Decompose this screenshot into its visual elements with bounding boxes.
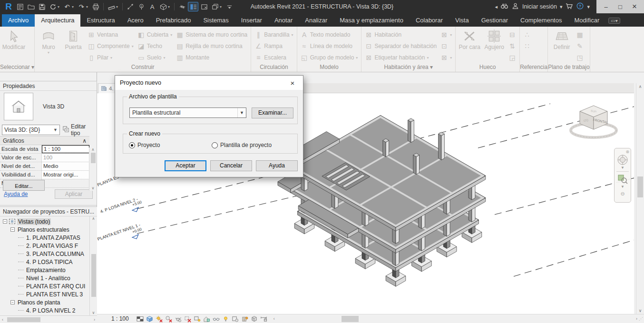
search-icon[interactable]	[500, 2, 508, 11]
etiquetar-habitacion-button[interactable]: ⊠Etiquetar habitación▾	[363, 52, 438, 63]
default-3d-view-icon-dropdown[interactable]: ▾	[168, 5, 172, 9]
tab-colaborar[interactable]: Colaborar	[410, 14, 449, 27]
montante-button[interactable]: ▥Montante	[175, 52, 249, 63]
viewcube[interactable]: FRONTAL IZQ. SUP.	[567, 103, 620, 141]
tab-complementos[interactable]: Complementos	[514, 14, 568, 27]
tree-item-4-p-losa-nivel-2[interactable]: 4. P LOSA NIVEL 2	[0, 306, 97, 314]
tab-arquitectura[interactable]: Arquitectura	[35, 14, 80, 27]
panel-caption-construir[interactable]: Construir	[35, 64, 251, 72]
constraints-icon[interactable]	[259, 315, 269, 323]
tab-analizar[interactable]: Analizar	[299, 14, 333, 27]
workplane-viewer-icon[interactable]: ◳	[575, 52, 585, 63]
panel-caption-plano-de-trabajo[interactable]: Plano de trabajo	[548, 64, 589, 72]
visual-style-icon[interactable]	[136, 315, 145, 323]
accept-button[interactable]: Aceptar	[165, 160, 206, 171]
section-icon[interactable]	[177, 2, 187, 11]
shadows-icon[interactable]	[164, 315, 174, 323]
tag-area-icon[interactable]: ⊠▾	[439, 52, 453, 63]
dialog-close-icon[interactable]: ×	[287, 79, 298, 87]
panel-caption-referencia[interactable]: Referencia	[520, 64, 547, 72]
properties-icon[interactable]	[15, 2, 25, 11]
area-separator-icon[interactable]: ⊡	[439, 40, 453, 52]
revit-logo[interactable]: R	[3, 2, 14, 11]
displacement-icon[interactable]	[250, 315, 259, 323]
vertical-opening-icon[interactable]: ⇅	[507, 40, 517, 52]
open-icon[interactable]	[26, 2, 36, 11]
tree-item-emplazamiento[interactable]: Emplazamiento	[0, 266, 97, 274]
property-value[interactable]: Medio	[42, 162, 89, 170]
template-combo[interactable]: Plantilla estructural▼	[129, 108, 246, 118]
shaft-icon[interactable]: ⊟	[507, 29, 517, 40]
tree-item-3-planta-columna[interactable]: 3. PLANTA COLUMNA	[0, 250, 97, 258]
habitacion-button[interactable]: ⊠Habitación	[363, 29, 438, 40]
browse-button[interactable]: Examinar...	[252, 108, 293, 118]
sun-path-icon[interactable]	[155, 315, 164, 323]
edit-type-button[interactable]: Editar tipo	[62, 124, 95, 136]
tab-prefabricado[interactable]: Prefabricado	[150, 14, 197, 27]
por-cara-button[interactable]: Por cara	[458, 28, 481, 50]
thin-lines-icon[interactable]	[188, 2, 198, 11]
undo-icon[interactable]: ↶	[62, 2, 72, 11]
area-icon[interactable]: ⊠▾	[439, 29, 453, 40]
grupo-de-modelo-button[interactable]: ◱Grupo de modelo▾	[299, 52, 360, 63]
temp-view-properties-icon[interactable]	[231, 315, 240, 323]
model-group-ref-icon[interactable]: ∴	[522, 29, 532, 40]
tree-item-planta-est-arq-cui[interactable]: PLANTA EST ARQ CUI	[0, 282, 97, 290]
property-value[interactable]: 100	[42, 154, 89, 162]
switch-windows-icon-dropdown[interactable]: ▾	[220, 5, 224, 9]
ventana-button[interactable]: ⊞Ventana	[86, 29, 135, 40]
tab-estructura[interactable]: Estructura	[80, 14, 121, 27]
default-3d-view-icon[interactable]	[158, 2, 168, 11]
texto-modelado-button[interactable]: ATexto modelado	[299, 29, 360, 40]
tree-item-2-planta-vigas-f[interactable]: 2. PLANTA VIGAS F	[0, 242, 97, 250]
cubierta-button[interactable]: ◧Cubierta▾	[136, 29, 174, 40]
panel-caption-modelo[interactable]: Modelo	[297, 64, 361, 72]
canvas-vertical-scrollbar[interactable]: ∧ ∨	[636, 83, 644, 314]
sign-in-button[interactable]: Iniciar sesión	[522, 3, 557, 10]
properties-scrollbar[interactable]: ∧∨	[89, 147, 97, 191]
radio-project[interactable]: Proyecto	[129, 142, 160, 148]
ribbon-display-toggle-icon[interactable]: ▭▾	[608, 18, 620, 24]
tab-insertar[interactable]: Insertar	[235, 14, 268, 27]
print-icon[interactable]	[90, 2, 101, 11]
barandilla-button[interactable]: ∥Barandilla▾	[253, 29, 294, 40]
browser-vertical-scrollbar[interactable]: ∧ ∨	[89, 216, 97, 315]
apply-button[interactable]: Aplicar	[55, 189, 93, 199]
tree-item-planta-est-nivel-3[interactable]: PLANTA EST NIVEL 3	[0, 290, 97, 298]
aligned-dimension-icon[interactable]	[125, 2, 136, 11]
show-workplane-icon[interactable]: ▦	[575, 29, 585, 40]
help-button[interactable]: Ayuda	[256, 160, 298, 171]
maximize-button[interactable]: □	[615, 3, 625, 10]
close-button[interactable]: ×	[630, 2, 639, 11]
property-value[interactable]: 1 : 100	[42, 145, 89, 153]
measure-icon-dropdown[interactable]: ▾	[116, 5, 120, 9]
cancel-button[interactable]: Cancelar	[210, 160, 252, 171]
modificar-button[interactable]: Modificar	[2, 28, 26, 50]
panel-caption-seleccionar[interactable]: Seleccionar ▾	[0, 64, 34, 72]
switch-windows-icon[interactable]	[210, 2, 220, 11]
wheel-dropdown-icon[interactable]: ▼	[621, 166, 624, 170]
panel-caption-hueco[interactable]: Hueco	[456, 64, 519, 72]
close-hidden-windows-icon[interactable]	[199, 2, 209, 11]
analytical-model-icon[interactable]	[240, 315, 250, 323]
property-value[interactable]: Mostrar origi...	[42, 171, 89, 179]
save-icon[interactable]	[37, 2, 47, 11]
properties-help-link[interactable]: Ayuda de	[4, 191, 28, 197]
user-icon[interactable]	[511, 2, 519, 11]
dormer-icon[interactable]: ◲	[507, 52, 517, 63]
text-icon[interactable]: A	[147, 2, 157, 11]
zoom-dropdown-icon[interactable]: ▼	[621, 185, 624, 189]
tab-acero[interactable]: Acero	[121, 14, 150, 27]
view-scale-button[interactable]: 1 : 100	[111, 315, 129, 322]
suelo-button[interactable]: ▭Suelo▾	[136, 52, 174, 63]
tree-expander-icon[interactable]: −	[10, 300, 15, 304]
puerta-button[interactable]: Puerta	[61, 28, 85, 50]
tab-archivo[interactable]: Archivo	[2, 14, 35, 27]
tab-modificar[interactable]: Modificar	[568, 14, 605, 27]
tag-icon[interactable]: 1	[136, 2, 146, 11]
qat-customize-icon[interactable]	[224, 2, 234, 11]
tree-item-vistas-todo[interactable]: −Vistas (todo)	[0, 217, 97, 225]
measure-icon[interactable]	[106, 2, 117, 11]
componente-button[interactable]: ◫Componente▾	[86, 40, 135, 52]
techo-button[interactable]: ◪Techo	[136, 40, 174, 52]
